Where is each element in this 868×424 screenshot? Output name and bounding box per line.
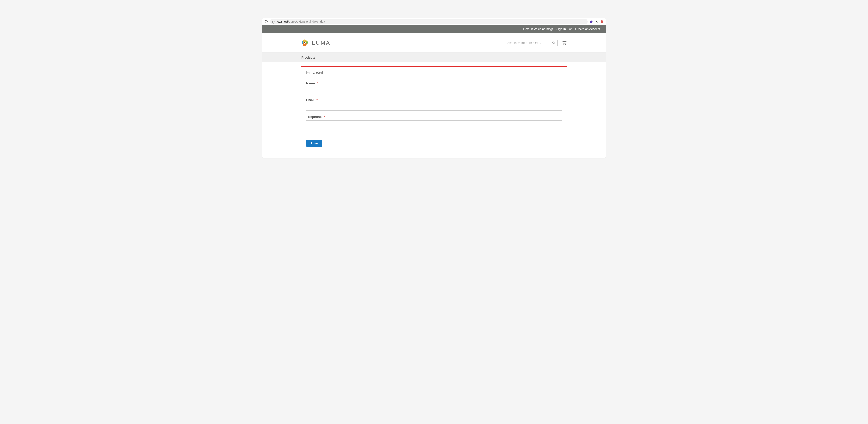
svg-point-10 [564,45,564,45]
logo[interactable]: LUMA [301,39,331,47]
email-label: Email * [306,98,562,102]
top-bar: Default welcome msg! Sign In or Create a… [262,25,606,33]
required-mark: * [316,81,318,85]
url-host: localhost [277,20,288,23]
brand-name: LUMA [312,40,331,46]
required-mark: * [323,115,325,118]
nav-item-products[interactable]: Products [301,56,316,59]
svg-point-8 [552,42,554,44]
email-label-text: Email [306,98,315,102]
required-mark: * [316,98,317,102]
site-header: LUMA [262,33,606,53]
svg-point-7 [304,42,305,44]
search-box[interactable] [505,39,558,46]
field-email: Email * [306,98,562,111]
name-input[interactable] [306,87,562,94]
welcome-message: Default welcome msg! [523,27,553,31]
nav-bar: Products [262,53,606,62]
extension-icons: ✕ [589,20,603,23]
header-right [505,39,567,46]
search-input[interactable] [507,41,550,45]
reload-icon[interactable] [265,20,268,23]
signin-link[interactable]: Sign In [556,27,566,31]
extension-lock-icon[interactable] [600,20,603,23]
name-label: Name * [306,81,562,85]
field-name: Name * [306,81,562,94]
telephone-input[interactable] [306,120,562,127]
save-button[interactable]: Save [306,140,322,147]
url-text: localhost/demo/extension/index/index [277,20,325,23]
email-input[interactable] [306,104,562,111]
telephone-label: Telephone * [306,115,562,118]
svg-rect-1 [601,21,603,23]
cart-icon[interactable] [562,40,567,46]
search-icon[interactable] [552,41,555,45]
form-highlight-box: Fill Detail Name * Email * [301,66,567,152]
url-path: /demo/extension/index/index [288,20,325,23]
or-text: or [569,27,572,31]
create-account-link[interactable]: Create an Account [575,27,600,31]
main-content: Fill Detail Name * Email * [301,62,567,158]
page-content: Default welcome msg! Sign In or Create a… [262,25,606,158]
extension-close-icon[interactable]: ✕ [595,20,598,23]
svg-point-11 [565,45,566,45]
browser-window: localhost/demo/extension/index/index ✕ D… [262,18,606,158]
form-legend: Fill Detail [306,70,562,77]
field-telephone: Telephone * [306,115,562,127]
browser-address-bar: localhost/demo/extension/index/index ✕ [262,18,606,25]
logo-mark-icon [301,39,309,47]
globe-icon [272,20,275,23]
extension-badge-icon[interactable] [589,20,593,23]
url-bar[interactable]: localhost/demo/extension/index/index [270,19,588,24]
name-label-text: Name [306,81,315,85]
telephone-label-text: Telephone [306,115,321,118]
svg-line-9 [554,44,555,44]
